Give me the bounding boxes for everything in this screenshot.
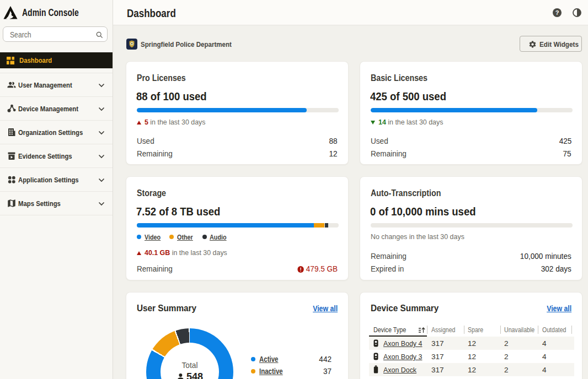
svg-text:?: ? [555, 9, 559, 16]
